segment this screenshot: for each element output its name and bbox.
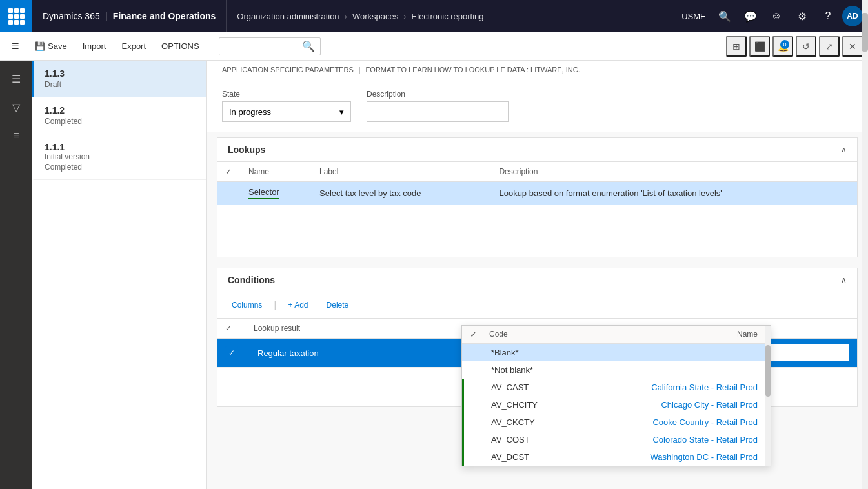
table-row[interactable]: Selector Select tax level by tax code Lo…	[217, 182, 857, 205]
form-area: State In progress ▾ Description	[207, 79, 868, 132]
help-button[interactable]: ?	[816, 5, 840, 28]
refresh-button[interactable]: ↺	[796, 36, 816, 57]
state-select[interactable]: In progress ▾	[222, 101, 351, 122]
item-code: *Blank*	[491, 348, 625, 357]
lookup-header-name: Name	[623, 330, 763, 339]
options-button[interactable]: OPTIONS	[155, 36, 206, 57]
conditions-title: Conditions	[228, 275, 275, 285]
sidebar-nav-filter-icon[interactable]: ▽	[3, 94, 29, 120]
lookups-section-header[interactable]: Lookups ∧	[217, 138, 857, 162]
version-status: Draft	[45, 80, 196, 89]
add-label: + Add	[288, 301, 308, 310]
lookups-empty-space	[217, 205, 857, 257]
grid-view-button[interactable]: ⊞	[726, 36, 747, 57]
header-separator: |	[359, 66, 361, 74]
row-check-cell	[217, 182, 241, 205]
version-status: Completed	[45, 163, 196, 172]
action-toolbar: ☰ 💾 Save Import Export OPTIONS 🔍 ⊞ ⬛ 🔔 0…	[0, 32, 868, 61]
lookups-chevron-icon: ∧	[841, 145, 847, 154]
version-item-112[interactable]: 1.1.2 Completed	[32, 97, 206, 134]
sidebar-nav-menu-icon[interactable]: ☰	[3, 66, 29, 92]
list-item[interactable]: AV_CKCTY Cooke Country - Retail Prod	[462, 414, 771, 431]
hamburger-button[interactable]: ☰	[5, 36, 26, 57]
dropdown-scrollbar[interactable]	[765, 326, 771, 466]
company-selector[interactable]: USMF	[676, 12, 711, 21]
brand-finance-operations: Finance and Operations	[113, 11, 216, 21]
notification-button[interactable]: 🔔 0	[772, 36, 793, 57]
sidebar-nav-list-icon[interactable]: ≡	[3, 123, 29, 148]
breadcrumb: Organization administration › Workspaces…	[227, 12, 676, 21]
delete-button[interactable]: Delete	[320, 296, 356, 314]
item-code: AV_DCST	[491, 452, 625, 462]
sidebar-nav: ☰ ▽ ≡	[0, 61, 32, 489]
description-group: Description	[367, 90, 509, 122]
row-description-cell: Lookup based on format enumeration 'List…	[491, 182, 857, 205]
item-name: Colorado State - Retail Prod	[625, 435, 763, 444]
version-item-113[interactable]: 1.1.3 Draft	[32, 61, 206, 97]
save-button[interactable]: 💾 Save	[28, 36, 74, 57]
row-checkbox: ✓	[225, 346, 238, 359]
list-item[interactable]: AV_DCST Washington DC - Retail Prod	[462, 448, 771, 466]
form-row: State In progress ▾ Description	[222, 90, 853, 122]
check-icon: ✓	[225, 167, 232, 176]
check-icon: ✓	[225, 324, 232, 333]
state-chevron-icon: ▾	[339, 107, 344, 117]
version-item-111[interactable]: 1.1.1 Initial version Completed	[32, 134, 206, 180]
version-number: 1.1.3	[45, 68, 196, 79]
page-scrollbar[interactable]	[862, 0, 868, 489]
item-name: Chicago City - Retail Prod	[625, 400, 763, 410]
content-inner: APPLICATION SPECIFIC PARAMETERS | FORMAT…	[207, 61, 868, 489]
toolbar-search-input[interactable]	[225, 41, 302, 51]
page-header-part1: APPLICATION SPECIFIC PARAMETERS	[222, 66, 354, 74]
conditions-toolbar: Columns | + Add Delete	[217, 292, 857, 319]
lookups-table-container: ✓ Name Label Description	[217, 162, 857, 205]
lookups-section-wrapper: Lookups ∧ ✓ Name Label	[207, 137, 868, 257]
content-area: APPLICATION SPECIFIC PARAMETERS | FORMAT…	[207, 61, 868, 489]
page-header-part2: FORMAT TO LEARN HOW TO LOOKUP LE DATA : …	[366, 66, 580, 74]
import-button[interactable]: Import	[76, 36, 113, 57]
message-button[interactable]: 💬	[739, 5, 762, 28]
page-header: APPLICATION SPECIFIC PARAMETERS | FORMAT…	[207, 61, 868, 79]
user-avatar[interactable]: AD	[842, 6, 863, 26]
list-item[interactable]: *Not blank*	[462, 361, 771, 379]
state-label: State	[222, 90, 351, 99]
list-item[interactable]: AV_CHCITY Chicago City - Retail Prod	[462, 396, 771, 414]
cond-col-check: ✓	[217, 319, 246, 339]
version-list: 1.1.3 Draft 1.1.2 Completed 1.1.1 Initia…	[32, 61, 207, 489]
list-item[interactable]: *Blank*	[462, 344, 771, 361]
item-code: AV_CHCITY	[491, 400, 625, 410]
nav-right-area: USMF 🔍 💬 ☺ ⚙ ? AD	[676, 5, 868, 28]
add-button[interactable]: + Add	[282, 296, 315, 314]
settings-button[interactable]: ⚙	[791, 5, 814, 28]
item-code: AV_COST	[491, 435, 625, 444]
office-button[interactable]: ⬛	[749, 36, 770, 57]
conditions-section-header[interactable]: Conditions ∧	[217, 268, 857, 292]
list-item[interactable]: AV_COST Colorado State - Retail Prod	[462, 431, 771, 448]
state-value: In progress	[229, 107, 271, 117]
search-button[interactable]: 🔍	[713, 5, 736, 28]
export-button[interactable]: Export	[115, 36, 152, 57]
list-item[interactable]: AV_CAST California State - Retail Prod	[462, 379, 771, 396]
save-icon: 💾	[35, 41, 45, 51]
brand-separator: |	[105, 10, 108, 22]
toolbar-search-icon: 🔍	[302, 40, 315, 52]
version-status: Completed	[45, 117, 196, 126]
columns-button[interactable]: Columns	[225, 296, 268, 314]
breadcrumb-electronic-reporting[interactable]: Electronic reporting	[412, 12, 484, 21]
breadcrumb-workspaces[interactable]: Workspaces	[352, 12, 398, 21]
description-input[interactable]	[367, 101, 509, 122]
close-button[interactable]: ✕	[842, 36, 863, 57]
item-name: California State - Retail Prod	[625, 383, 763, 392]
lookups-title: Lookups	[228, 145, 265, 155]
waffle-button[interactable]	[0, 0, 32, 32]
waffle-icon	[8, 8, 25, 25]
detach-button[interactable]: ⤢	[819, 36, 840, 57]
columns-label: Columns	[232, 301, 262, 310]
toolbar-search-box[interactable]: 🔍	[219, 37, 321, 55]
breadcrumb-org-admin[interactable]: Organization administration	[237, 12, 339, 21]
item-code: AV_CAST	[491, 383, 625, 392]
lookups-col-check: ✓	[217, 162, 241, 182]
smiley-button[interactable]: ☺	[765, 5, 788, 28]
top-nav-bar: Dynamics 365 | Finance and Operations Or…	[0, 0, 868, 32]
lookup-dropdown: ✓ Code Name *Blank* *Not blank*	[461, 325, 771, 466]
